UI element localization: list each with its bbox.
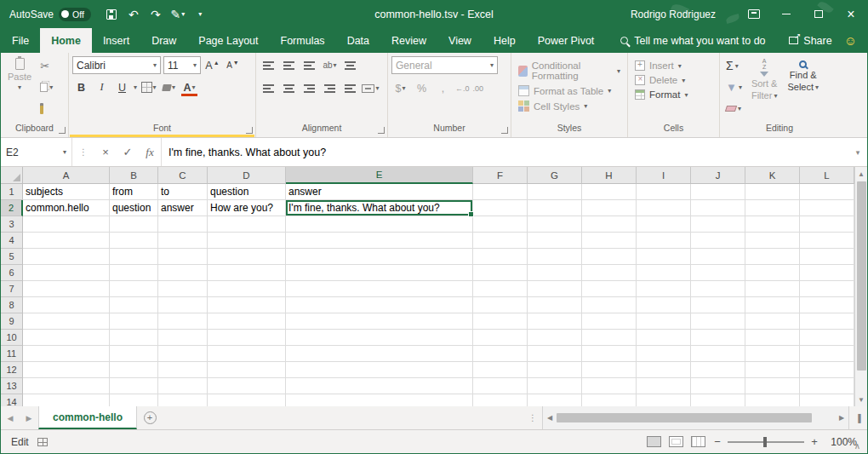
- format-as-table-button[interactable]: Format as Table▾: [515, 85, 624, 96]
- enter-button[interactable]: ✓: [117, 138, 139, 166]
- column-header-A[interactable]: A: [23, 167, 110, 184]
- cell-G4[interactable]: [528, 233, 582, 249]
- cell-L12[interactable]: [800, 362, 854, 378]
- row-header-9[interactable]: 9: [1, 313, 23, 330]
- cell-H3[interactable]: [582, 216, 637, 233]
- cell-H12[interactable]: [582, 362, 637, 378]
- paste-button[interactable]: Paste ▾: [4, 56, 35, 123]
- accounting-format-button[interactable]: $▾: [391, 79, 409, 97]
- cell-L2[interactable]: [800, 200, 854, 216]
- cell-A3[interactable]: [23, 216, 110, 233]
- cell-B6[interactable]: [110, 265, 158, 281]
- underline-button[interactable]: U: [113, 78, 131, 96]
- cell-D3[interactable]: [208, 216, 286, 233]
- row-header-3[interactable]: 3: [1, 216, 23, 233]
- align-left-button[interactable]: [260, 79, 277, 97]
- row-header-14[interactable]: 14: [1, 394, 23, 406]
- cell-H7[interactable]: [582, 281, 637, 297]
- cell-F2[interactable]: [473, 200, 528, 216]
- bottom-align-button[interactable]: [300, 56, 318, 74]
- column-header-E[interactable]: E: [286, 167, 473, 184]
- cell-I8[interactable]: [637, 297, 691, 313]
- cell-D11[interactable]: [208, 346, 286, 362]
- cell-I5[interactable]: [637, 249, 691, 265]
- cell-I3[interactable]: [637, 216, 691, 233]
- column-header-L[interactable]: L: [800, 167, 854, 184]
- customize-quick-access-button[interactable]: ▾: [190, 3, 210, 26]
- row-header-5[interactable]: 5: [1, 249, 23, 265]
- cell-E8[interactable]: [286, 297, 473, 313]
- name-box-resize-handle[interactable]: ⋮: [72, 138, 94, 166]
- borders-button[interactable]: ▾: [140, 78, 157, 96]
- cell-B14[interactable]: [110, 394, 158, 406]
- cell-A13[interactable]: [23, 378, 110, 394]
- cell-G12[interactable]: [528, 362, 582, 378]
- middle-align-button[interactable]: [280, 56, 298, 74]
- touch-mode-button[interactable]: ✎▾: [168, 3, 188, 26]
- cell-F11[interactable]: [473, 346, 528, 362]
- italic-button[interactable]: I: [93, 78, 111, 96]
- comma-style-button[interactable]: ,: [434, 79, 452, 97]
- tab-view[interactable]: View: [437, 28, 483, 53]
- align-right-button[interactable]: [300, 79, 318, 97]
- feedback-button[interactable]: ☺: [844, 28, 857, 53]
- cell-E3[interactable]: [286, 216, 473, 233]
- autosum-button[interactable]: Σ▾: [723, 56, 745, 75]
- cell-L4[interactable]: [800, 233, 854, 249]
- ribbon-display-options-button[interactable]: [738, 0, 770, 28]
- vertical-scrollbar-thumb[interactable]: [857, 181, 866, 371]
- cell-E9[interactable]: [286, 313, 473, 330]
- cell-K9[interactable]: [745, 313, 800, 330]
- insert-function-button[interactable]: fx: [139, 138, 161, 166]
- cell-L7[interactable]: [800, 281, 854, 297]
- cell-G6[interactable]: [528, 265, 582, 281]
- cell-J7[interactable]: [691, 281, 745, 297]
- decrease-font-size-button[interactable]: A▼: [224, 56, 242, 74]
- zoom-out-button[interactable]: −: [713, 435, 722, 448]
- cell-K13[interactable]: [745, 378, 800, 394]
- formula-input[interactable]: I'm fine, thanks. What about you?: [161, 138, 848, 166]
- increase-indent-button[interactable]: [341, 79, 359, 97]
- row-header-7[interactable]: 7: [1, 281, 23, 297]
- cell-F10[interactable]: [473, 330, 528, 346]
- cell-L5[interactable]: [800, 249, 854, 265]
- cell-B13[interactable]: [110, 378, 158, 394]
- cell-H6[interactable]: [582, 265, 637, 281]
- column-header-F[interactable]: F: [473, 167, 528, 184]
- cell-B11[interactable]: [110, 346, 158, 362]
- row-header-8[interactable]: 8: [1, 297, 23, 313]
- tab-insert[interactable]: Insert: [92, 28, 140, 53]
- cell-L3[interactable]: [800, 216, 854, 233]
- clear-button[interactable]: ▾: [723, 99, 745, 118]
- cell-G8[interactable]: [528, 297, 582, 313]
- zoom-slider-thumb[interactable]: [763, 437, 767, 447]
- fill-color-button[interactable]: ▾: [160, 78, 178, 96]
- cell-G14[interactable]: [528, 394, 582, 406]
- cell-B4[interactable]: [110, 233, 158, 249]
- zoom-slider[interactable]: [728, 441, 804, 443]
- format-cells-button[interactable]: Format▾: [631, 89, 691, 100]
- cell-H8[interactable]: [582, 297, 637, 313]
- cell-E5[interactable]: [286, 249, 473, 265]
- cell-B12[interactable]: [110, 362, 158, 378]
- cell-L10[interactable]: [800, 330, 854, 346]
- scroll-down-icon[interactable]: ▼: [855, 393, 867, 406]
- cell-I4[interactable]: [637, 233, 691, 249]
- tab-power-pivot[interactable]: Power Pivot: [527, 28, 606, 53]
- sort-filter-button[interactable]: AZ Sort & Filter▾: [748, 56, 781, 123]
- cell-D5[interactable]: [208, 249, 286, 265]
- cell-F1[interactable]: [473, 184, 528, 200]
- page-break-view-button[interactable]: [691, 436, 705, 447]
- row-header-13[interactable]: 13: [1, 378, 23, 394]
- cell-G5[interactable]: [528, 249, 582, 265]
- tab-data[interactable]: Data: [336, 28, 380, 53]
- tab-file[interactable]: File: [1, 28, 40, 53]
- tab-review[interactable]: Review: [380, 28, 437, 53]
- macro-record-button[interactable]: [37, 438, 48, 446]
- cell-I2[interactable]: [637, 200, 691, 216]
- cell-H5[interactable]: [582, 249, 637, 265]
- cell-L13[interactable]: [800, 378, 854, 394]
- new-sheet-button[interactable]: +: [137, 406, 163, 429]
- cell-H11[interactable]: [582, 346, 637, 362]
- cell-C10[interactable]: [158, 330, 208, 346]
